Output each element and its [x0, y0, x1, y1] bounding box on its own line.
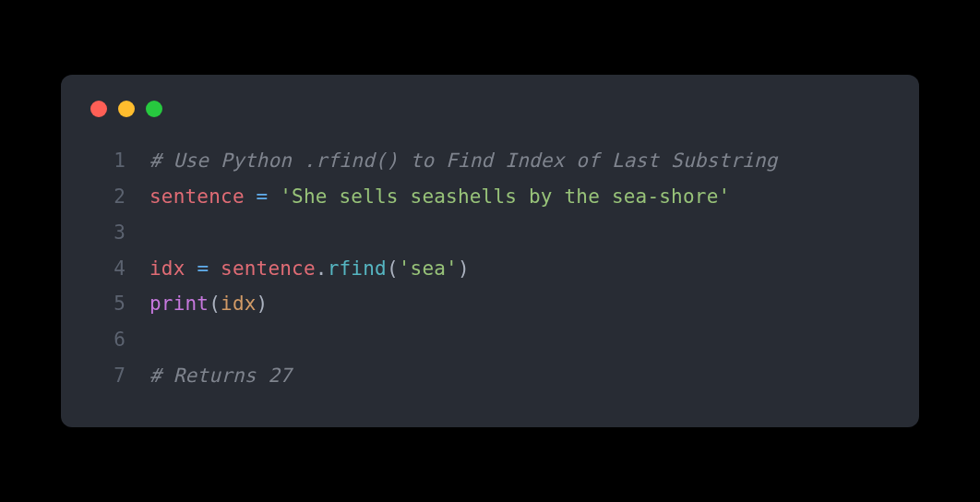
code-line: 2sentence = 'She sells seashells by the …: [90, 179, 890, 215]
code-token: rfind: [328, 257, 387, 280]
maximize-icon[interactable]: [146, 101, 162, 117]
line-number: 1: [90, 143, 125, 179]
line-content: # Returns 27: [149, 358, 292, 394]
code-token: print: [149, 293, 209, 315]
code-token: # Returns 27: [149, 365, 292, 387]
line-number: 5: [90, 286, 125, 322]
code-line: 6: [90, 322, 890, 358]
code-token: sentence: [221, 257, 316, 280]
code-line: 1# Use Python .rfind() to Find Index of …: [90, 143, 890, 179]
line-content: sentence = 'She sells seashells by the s…: [149, 179, 730, 215]
code-token: [209, 257, 221, 280]
code-token: 'She sells seashells by the sea-shore': [280, 185, 730, 208]
line-content: idx = sentence.rfind('sea'): [149, 251, 470, 287]
code-token: (: [387, 257, 399, 280]
code-token: idx: [221, 293, 257, 315]
code-token: [268, 185, 280, 208]
code-line: 3: [90, 215, 890, 251]
line-number: 3: [90, 215, 125, 251]
code-line: 5print(idx): [90, 286, 890, 322]
code-line: 4idx = sentence.rfind('sea'): [90, 251, 890, 287]
minimize-icon[interactable]: [118, 101, 135, 117]
code-token: (: [209, 293, 221, 315]
code-token: [245, 185, 257, 208]
code-token: =: [197, 257, 209, 280]
line-content: [149, 215, 161, 251]
code-token: idx: [149, 257, 185, 280]
code-token: .: [316, 257, 328, 280]
line-number: 2: [90, 179, 125, 215]
code-editor-window: 1# Use Python .rfind() to Find Index of …: [61, 75, 919, 427]
line-number: 4: [90, 251, 125, 287]
close-icon[interactable]: [90, 101, 107, 117]
code-token: ): [458, 257, 470, 280]
code-token: =: [257, 185, 269, 208]
code-token: [185, 257, 197, 280]
window-controls: [90, 101, 890, 117]
line-content: print(idx): [149, 286, 268, 322]
line-number: 7: [90, 358, 125, 394]
code-token: ): [257, 293, 269, 315]
code-token: 'sea': [399, 257, 458, 280]
line-content: # Use Python .rfind() to Find Index of L…: [149, 143, 778, 179]
code-token: # Use Python .rfind() to Find Index of L…: [149, 149, 778, 172]
code-area[interactable]: 1# Use Python .rfind() to Find Index of …: [90, 143, 890, 394]
code-token: sentence: [149, 185, 245, 208]
code-line: 7# Returns 27: [90, 358, 890, 394]
line-number: 6: [90, 322, 125, 358]
line-content: [149, 322, 161, 358]
